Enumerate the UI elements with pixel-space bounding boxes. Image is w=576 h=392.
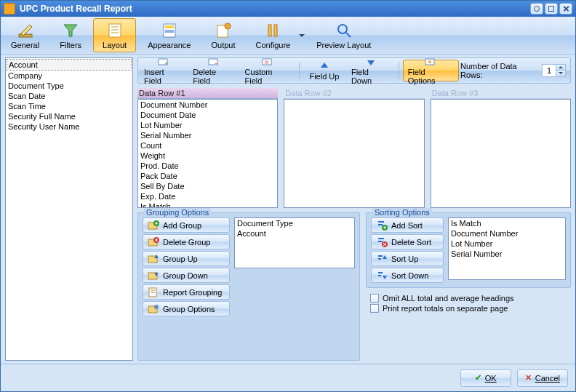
list-item[interactable]: Document Number [138, 100, 277, 110]
add-group-button[interactable]: Add Group [143, 217, 230, 233]
tab-layout[interactable]: Layout [93, 18, 136, 52]
omit-headings-checkbox[interactable]: Omit ALL total and average headings [370, 294, 571, 303]
insert-icon: + [158, 57, 169, 67]
list-item[interactable]: Is Match [449, 218, 565, 228]
svg-marker-58 [383, 276, 387, 279]
print-totals-checkbox[interactable]: Print report totals on separate page [370, 304, 571, 313]
tab-output[interactable]: Output [201, 17, 245, 54]
list-item[interactable]: Is Match [138, 201, 277, 208]
rows-spin-up[interactable] [556, 65, 565, 71]
list-item[interactable]: Lot Number [138, 120, 277, 130]
list-item[interactable]: Prod. Date [138, 161, 277, 171]
grouping-list[interactable]: Document Type Account [234, 217, 355, 268]
layout-panel: + Insert Field − Delete Field fx Custom … [137, 57, 571, 361]
data-row-list[interactable]: Document Number Document Date Lot Number… [137, 99, 278, 208]
window-title: UPC Product Recall Report [20, 4, 132, 14]
button-label: Delete Sort [391, 238, 431, 247]
custom-field-button[interactable]: fx Custom Field [241, 60, 295, 81]
add-icon [376, 220, 388, 231]
right-column: Sorting Options Add Sort Delete Sort [366, 212, 571, 361]
list-item[interactable]: Pack Date [138, 171, 277, 181]
data-row-2: Data Row #2 [284, 88, 424, 208]
list-item[interactable]: Scan Date [7, 91, 132, 101]
separator [299, 62, 300, 79]
field-options-button[interactable]: Field Options [403, 60, 459, 81]
sorting-list[interactable]: Is Match Document Number Lot Number Seri… [448, 217, 566, 280]
list-item[interactable]: Security User Name [7, 121, 132, 132]
cancel-button[interactable]: ✕ Cancel [517, 369, 568, 387]
group-up-button[interactable]: Group Up [143, 251, 230, 266]
list-item[interactable]: Lot Number [449, 239, 565, 249]
list-item[interactable]: Serial Number [449, 249, 565, 259]
list-item[interactable]: Document Type [235, 218, 354, 228]
list-item[interactable]: Weight [138, 151, 277, 161]
add-sort-button[interactable]: Add Sort [371, 217, 444, 233]
button-label: Field Options [408, 68, 454, 85]
options-icon [148, 303, 159, 315]
delete-sort-button[interactable]: Delete Sort [371, 234, 444, 249]
tab-label: General [11, 41, 39, 49]
delete-icon [376, 236, 388, 248]
svg-rect-3 [109, 24, 121, 37]
tab-configure[interactable]: Configure [245, 17, 306, 54]
separator [399, 62, 399, 79]
maximize-button[interactable] [545, 3, 558, 15]
tab-preview-layout[interactable]: Preview Layout [306, 17, 381, 54]
close-button[interactable] [559, 3, 572, 15]
ok-button[interactable]: ✔ OK [460, 369, 511, 387]
list-item[interactable]: Exp. Date [138, 191, 277, 201]
svg-marker-55 [383, 255, 387, 259]
tab-appearance[interactable]: Appearance [137, 17, 201, 54]
delete-group-button[interactable]: Delete Group [143, 234, 230, 249]
tab-label: Output [211, 41, 235, 49]
delete-field-button[interactable]: − Delete Field [188, 60, 239, 81]
svg-point-25 [428, 60, 431, 63]
rows-spinner[interactable] [542, 64, 566, 77]
appearance-icon [161, 22, 178, 39]
list-item[interactable]: Sell By Date [138, 181, 277, 191]
list-item[interactable]: Count [138, 140, 277, 151]
sort-down-button[interactable]: Sort Down [371, 268, 444, 283]
report-grouping-button[interactable]: Report Grouping [143, 284, 230, 300]
tab-label: Appearance [148, 41, 191, 49]
down-icon [376, 270, 388, 281]
tab-filters[interactable]: Filters [49, 17, 92, 54]
rows-input[interactable] [543, 65, 556, 76]
button-label: Group Options [163, 305, 215, 313]
list-item[interactable]: Security Full Name [7, 111, 132, 121]
chevron-down-icon [299, 34, 305, 37]
button-label: Field Down [351, 68, 391, 85]
options-icon [425, 57, 436, 67]
field-down-button[interactable]: Field Down [347, 60, 395, 81]
tab-general[interactable]: General [1, 17, 49, 54]
insert-field-button[interactable]: + Insert Field [140, 60, 187, 81]
sort-up-button[interactable]: Sort Up [371, 251, 444, 266]
button-label: OK [485, 374, 497, 383]
pencil-icon [17, 22, 34, 39]
available-fields-list[interactable]: Account Company Document Type Scan Date … [5, 57, 133, 361]
svg-line-15 [346, 33, 351, 37]
group-down-button[interactable]: Group Down [143, 268, 230, 283]
list-item[interactable]: Company [7, 71, 132, 81]
list-item[interactable]: Serial Number [138, 130, 277, 140]
list-item[interactable]: Document Date [138, 110, 277, 120]
checkbox-icon [370, 304, 379, 313]
svg-rect-9 [165, 30, 174, 33]
list-item[interactable]: Account [235, 228, 354, 239]
list-item[interactable]: Account [7, 59, 132, 71]
list-item[interactable]: Document Type [7, 81, 132, 91]
button-label: Insert Field [144, 68, 183, 85]
data-rows-control: Number of Data Rows: [460, 60, 569, 81]
rows-spin-down[interactable] [556, 71, 565, 76]
group-options-button[interactable]: Group Options [143, 301, 230, 316]
data-row-title: Data Row #3 [431, 88, 571, 99]
list-item[interactable]: Document Number [449, 228, 565, 239]
data-row-title[interactable]: Data Row #1 [137, 88, 278, 99]
field-up-button[interactable]: Field Up [303, 60, 345, 81]
svg-point-11 [225, 23, 231, 29]
list-item[interactable]: Scan Time [7, 101, 132, 111]
data-row-list [284, 99, 424, 208]
minimize-button[interactable] [530, 3, 543, 15]
data-rows: Data Row #1 Document Number Document Dat… [137, 88, 571, 208]
layout-options: Omit ALL total and average headings Prin… [366, 294, 571, 313]
